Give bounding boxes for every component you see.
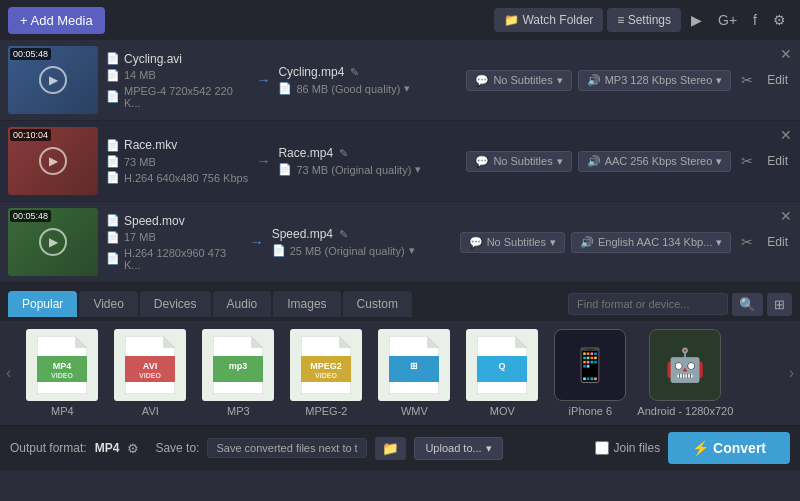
scissors-button[interactable]: ✂ (737, 232, 757, 252)
file-icon: 📄 (106, 52, 120, 65)
file-meta-size: 📄 14 MB (106, 69, 248, 82)
format-item-mpeg2[interactable]: MPEG2 VIDEO MPEG-2 (285, 329, 367, 417)
audio-icon: 🔊 (580, 236, 594, 249)
edit-filename-button[interactable]: ✎ (348, 66, 361, 79)
format-item-mp4[interactable]: MP4 VIDEO MP4 (21, 329, 103, 417)
source-filename: Race.mkv (124, 138, 177, 152)
output-settings-gear[interactable]: ⚙ (127, 441, 139, 456)
format-search-input[interactable] (568, 293, 728, 315)
scissors-button[interactable]: ✂ (737, 70, 757, 90)
close-file-button[interactable]: ✕ (776, 206, 796, 226)
youtube-icon-button[interactable]: ▶ (685, 8, 708, 32)
subtitle-button[interactable]: 💬 No Subtitles ▾ (460, 232, 565, 253)
save-to-input[interactable] (207, 438, 367, 458)
source-size: 17 MB (124, 231, 156, 243)
output-section: Cycling.mp4 ✎ 📄 86 MB (Good quality) ▾ (278, 65, 458, 95)
file-size-icon: 📄 (106, 69, 120, 82)
codec-icon: 📄 (106, 252, 120, 265)
format-item-android[interactable]: 🤖 Android - 1280x720 (637, 329, 733, 417)
svg-text:VIDEO: VIDEO (315, 372, 337, 379)
format-item-mp3[interactable]: mp3 MP3 (197, 329, 279, 417)
edit-button[interactable]: Edit (763, 71, 792, 89)
output-size: 25 MB (Original quality) (290, 245, 405, 257)
play-icon[interactable]: ▶ (39, 66, 67, 94)
format-search-button[interactable]: 🔍 (732, 293, 763, 316)
close-file-button[interactable]: ✕ (776, 44, 796, 64)
format-tab-images[interactable]: Images (273, 291, 340, 317)
audio-icon: 🔊 (587, 155, 601, 168)
audio-button[interactable]: 🔊 English AAC 134 Kbp... ▾ (571, 232, 731, 253)
format-item-avi[interactable]: AVI VIDEO AVI (109, 329, 191, 417)
add-media-button[interactable]: + Add Media (8, 7, 105, 34)
audio-button[interactable]: 🔊 AAC 256 Kbps Stereo ▾ (578, 151, 732, 172)
format-grid: MP4 VIDEO MP4 AVI VIDEO AVI (17, 329, 782, 417)
svg-text:VIDEO: VIDEO (139, 372, 161, 379)
format-tabs: PopularVideoDevicesAudioImagesCustom 🔍 ⊞ (8, 291, 792, 317)
watch-folder-button[interactable]: 📁 Watch Folder (494, 8, 603, 32)
audio-chevron: ▾ (716, 155, 722, 168)
format-tab-custom[interactable]: Custom (343, 291, 412, 317)
audio-chevron: ▾ (716, 236, 722, 249)
svg-marker-15 (339, 336, 351, 348)
edit-filename-button[interactable]: ✎ (337, 228, 350, 241)
audio-label: AAC 256 Kbps Stereo (605, 155, 713, 167)
subtitle-button[interactable]: 💬 No Subtitles ▾ (466, 151, 571, 172)
play-icon[interactable]: ▶ (39, 228, 67, 256)
convert-button[interactable]: ⚡ Convert (668, 432, 790, 464)
output-section: Race.mp4 ✎ 📄 73 MB (Original quality) ▾ (278, 146, 458, 176)
svg-text:MPEG2: MPEG2 (311, 361, 343, 371)
subtitle-button[interactable]: 💬 No Subtitles ▾ (466, 70, 571, 91)
arrow-icon: → (256, 72, 270, 88)
audio-icon: 🔊 (587, 74, 601, 87)
svg-marker-20 (427, 336, 439, 348)
audio-button[interactable]: 🔊 MP3 128 Kbps Stereo ▾ (578, 70, 732, 91)
save-to-label: Save to: (155, 441, 199, 455)
play-icon[interactable]: ▶ (39, 147, 67, 175)
top-bar-right: 📁 Watch Folder ≡ Settings ▶ G+ f ⚙ (494, 8, 792, 32)
output-size-row: 📄 86 MB (Good quality) ▾ (278, 82, 458, 95)
file-name-row: 📄 Speed.mov (106, 214, 242, 228)
edit-filename-button[interactable]: ✎ (337, 147, 350, 160)
edit-button[interactable]: Edit (763, 152, 792, 170)
output-filename: Race.mp4 (278, 146, 333, 160)
scissors-button[interactable]: ✂ (737, 151, 757, 171)
top-bar: + Add Media 📁 Watch Folder ≡ Settings ▶ … (0, 0, 800, 40)
row-right: 💬 No Subtitles ▾ 🔊 AAC 256 Kbps Stereo ▾… (466, 151, 792, 172)
edit-button[interactable]: Edit (763, 233, 792, 251)
codec-icon: 📄 (106, 90, 120, 103)
format-item-iphone6[interactable]: 📱 iPhone 6 (549, 329, 631, 417)
subtitle-label: No Subtitles (493, 74, 552, 86)
file-meta-codec: 📄 MPEG-4 720x542 220 K... (106, 85, 248, 109)
format-label-mp4: MP4 (51, 405, 74, 417)
subtitle-chevron: ▾ (557, 74, 563, 87)
facebook-icon-button[interactable]: f (747, 8, 763, 32)
svg-text:MP4: MP4 (53, 361, 72, 371)
gear-icon-button[interactable]: ⚙ (767, 8, 792, 32)
output-format-value: MP4 (95, 441, 120, 455)
format-tab-popular[interactable]: Popular (8, 291, 77, 317)
format-tab-devices[interactable]: Devices (140, 291, 211, 317)
format-nav-left[interactable]: ‹ (0, 329, 17, 417)
close-file-button[interactable]: ✕ (776, 125, 796, 145)
join-files-label[interactable]: Join files (595, 441, 661, 455)
thumb-duration: 00:05:48 (10, 48, 51, 60)
output-name-row: Cycling.mp4 ✎ (278, 65, 458, 79)
upload-to-button[interactable]: Upload to... ▾ (414, 437, 502, 460)
format-nav-right[interactable]: › (783, 329, 800, 417)
settings-button[interactable]: ≡ Settings (607, 8, 681, 32)
output-name-row: Race.mp4 ✎ (278, 146, 458, 160)
gplus-icon-button[interactable]: G+ (712, 8, 743, 32)
file-name-row: 📄 Race.mkv (106, 138, 248, 152)
join-files-checkbox[interactable] (595, 441, 609, 455)
file-icon: 📄 (106, 214, 120, 227)
format-label-mov: MOV (490, 405, 515, 417)
arrow-icon: → (256, 153, 270, 169)
format-tab-video[interactable]: Video (79, 291, 137, 317)
format-filter-button[interactable]: ⊞ (767, 293, 792, 316)
output-filename: Cycling.mp4 (278, 65, 344, 79)
format-item-mov[interactable]: Q MOV (461, 329, 543, 417)
format-item-wmv[interactable]: ⊞ WMV (373, 329, 455, 417)
browse-folder-button[interactable]: 📁 (375, 437, 406, 460)
format-tab-audio[interactable]: Audio (213, 291, 272, 317)
format-label-android: Android - 1280x720 (637, 405, 733, 417)
